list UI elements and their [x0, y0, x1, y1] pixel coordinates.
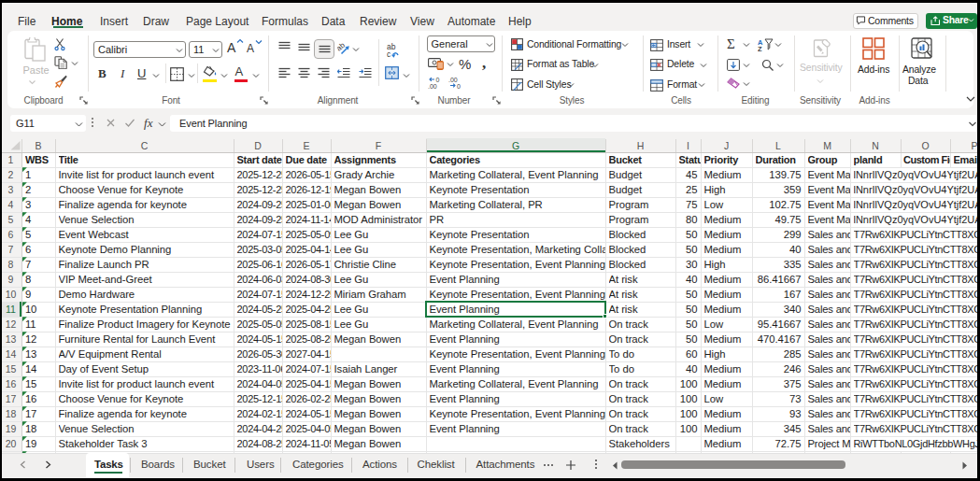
svg-text:.00: .00 — [428, 83, 437, 90]
svg-text:ab: ab — [337, 41, 347, 53]
svg-text:0: 0 — [457, 83, 461, 90]
svg-text:Z: Z — [758, 45, 762, 51]
